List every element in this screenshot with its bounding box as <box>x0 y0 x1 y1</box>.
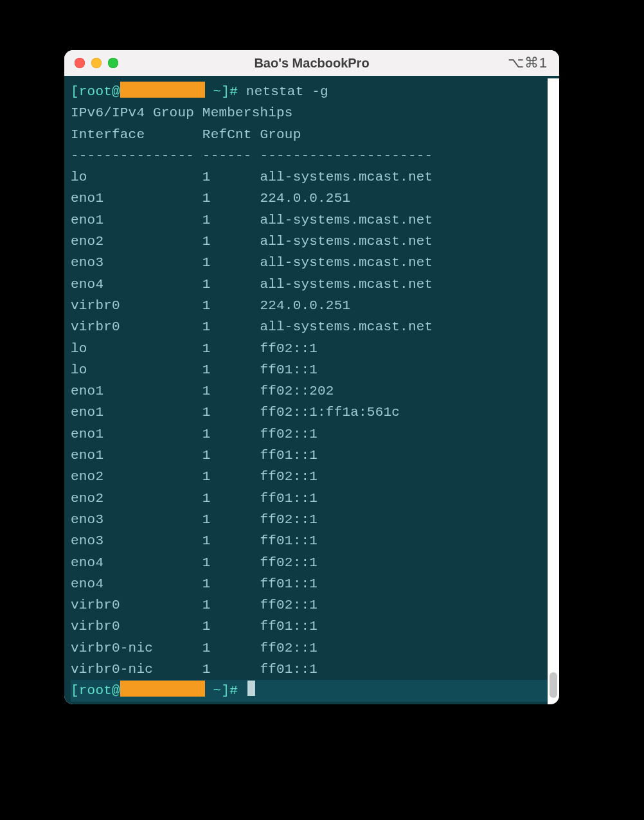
output-row: eno2 1 all-systems.mcast.net <box>71 231 559 252</box>
prompt-line-active: [root@ ~]# <box>71 680 559 701</box>
output-row: eno4 1 ff01::1 <box>71 573 559 594</box>
output-row: virbr0-nic 1 ff02::1 <box>71 637 559 659</box>
output-row: virbr0 1 all-systems.mcast.net <box>71 316 559 337</box>
zoom-button[interactable] <box>108 58 118 68</box>
window-title: Bao's MacbookPro <box>64 56 559 71</box>
titlebar: Bao's MacbookPro ⌥⌘1 <box>64 50 559 76</box>
output-row: eno4 1 all-systems.mcast.net <box>71 274 559 295</box>
prompt-line: [root@ ~]# netstat -g <box>71 81 559 102</box>
scrollbar-thumb[interactable] <box>550 672 557 698</box>
output-row: eno2 1 ff01::1 <box>71 488 559 509</box>
prompt-open: [root@ <box>71 683 120 698</box>
output-row: eno1 1 all-systems.mcast.net <box>71 209 559 231</box>
output-row: eno1 1 ff02::202 <box>71 380 559 402</box>
output-row: lo 1 all-systems.mcast.net <box>71 166 559 188</box>
output-heading: IPv6/IPv4 Group Memberships <box>71 102 559 123</box>
terminal-window: Bao's MacbookPro ⌥⌘1 [root@ ~]# netstat … <box>64 50 559 704</box>
output-row: virbr0 1 224.0.0.251 <box>71 295 559 316</box>
output-row: virbr0 1 ff02::1 <box>71 594 559 616</box>
scrollbar-track[interactable] <box>548 78 559 704</box>
hostname-redacted <box>120 82 205 98</box>
command-text: netstat -g <box>246 84 328 99</box>
terminal-viewport[interactable]: [root@ ~]# netstat -gIPv6/IPv4 Group Mem… <box>64 76 559 704</box>
output-row: eno3 1 ff01::1 <box>71 530 559 551</box>
window-shortcut-hint: ⌥⌘1 <box>508 55 548 71</box>
hostname-redacted <box>120 681 205 697</box>
prompt-open: [root@ <box>71 84 120 99</box>
output-row: eno3 1 ff02::1 <box>71 509 559 530</box>
output-row: eno2 1 ff02::1 <box>71 466 559 487</box>
output-row: eno1 1 ff02::1:ff1a:561c <box>71 402 559 423</box>
output-separator: --------------- ------ -----------------… <box>71 145 559 166</box>
output-row: eno1 1 224.0.0.251 <box>71 188 559 209</box>
output-row: eno1 1 ff02::1 <box>71 423 559 445</box>
output-row: lo 1 ff02::1 <box>71 338 559 359</box>
cursor <box>247 681 255 696</box>
output-row: eno3 1 all-systems.mcast.net <box>71 252 559 273</box>
output-row: eno4 1 ff02::1 <box>71 552 559 573</box>
traffic-lights <box>75 58 118 68</box>
output-row: lo 1 ff01::1 <box>71 359 559 380</box>
output-row: virbr0-nic 1 ff01::1 <box>71 659 559 680</box>
output-column-headers: Interface RefCnt Group <box>71 124 559 145</box>
prompt-close: ~]# <box>205 84 246 99</box>
prompt-close: ~]# <box>205 683 246 698</box>
output-row: eno1 1 ff01::1 <box>71 445 559 466</box>
minimize-button[interactable] <box>91 58 102 68</box>
close-button[interactable] <box>75 58 85 68</box>
output-row: virbr0 1 ff01::1 <box>71 616 559 637</box>
